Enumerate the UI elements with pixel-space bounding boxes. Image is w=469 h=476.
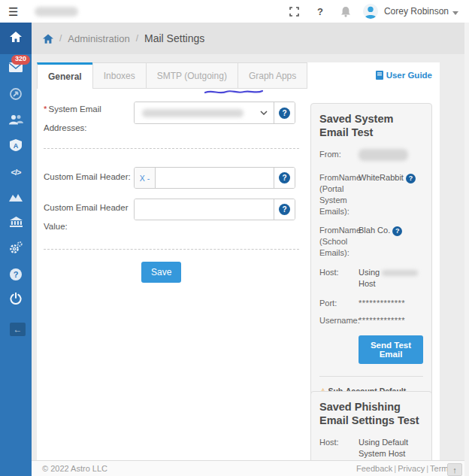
copyright-text: © 2022 Astro LLC [42,464,107,473]
sidebar-item-home[interactable] [0,23,32,54]
help-icon[interactable]: ? [279,204,290,215]
selected-email-blurred [142,109,244,117]
chevron-down-icon[interactable] [452,5,458,18]
custom-header-value-input[interactable] [135,199,274,220]
footer-links: Feedback|Privacy|Terms [356,464,436,474]
tab-general[interactable]: General [37,62,93,89]
fullscreen-icon[interactable] [282,7,307,17]
arrow-left-icon: ← [14,324,23,335]
sidebar-nav: 320 A </> [0,23,32,476]
app-logo-blurred [35,7,78,17]
chevron-down-icon [260,111,268,115]
scroll-to-top-button[interactable]: ↑ [447,463,462,476]
home-icon[interactable] [43,34,53,44]
host-value-blurred [382,270,418,276]
arrow-up-icon: ↑ [452,465,457,474]
required-mark: * [44,105,47,114]
help-icon[interactable]: ? [392,226,402,236]
sidebar-item-code[interactable]: </> [0,159,32,185]
gears-icon [9,241,23,257]
custom-header-label: Custom Email Header: [44,168,135,186]
book-icon [376,71,383,80]
host-row: Host: Using Default System Host [319,437,423,459]
top-bar: ☰ ? Corey Robinson [0,0,469,23]
notifications-bell-icon[interactable] [333,6,359,17]
fromname-school-row: FromName (School Emails): Blah Co. ? [319,225,423,259]
home-icon [10,32,22,45]
custom-header-value-group: ? [134,199,295,220]
mail-settings-panel: General Inboxes SMTP (Outgoing) Graph Ap… [37,62,440,460]
inbox-count-badge: 320 [11,55,30,65]
port-row: Port: ************* [319,298,423,309]
footer: © 2022 Astro LLC Feedback|Privacy|Terms … [32,460,469,476]
card-title: Saved Phishing Email Settings Test [319,400,423,427]
code-icon: </> [11,168,21,177]
svg-text:A: A [14,142,19,150]
fromname-school-value: Blah Co. [359,226,390,235]
system-email-help-addon: ? [274,102,295,123]
target-arrow-icon [9,87,23,104]
user-menu-name[interactable]: Corey Robinson [384,6,449,17]
user-avatar[interactable] [363,4,378,19]
user-guide-link[interactable]: User Guide [376,71,432,80]
sidebar-item-reports[interactable] [0,185,32,211]
username-row: Username: ************* [319,315,423,326]
divider [44,148,299,149]
breadcrumb-administration[interactable]: Administration [68,33,129,44]
sidebar-item-settings[interactable] [0,236,32,262]
annotation-squiggle [204,85,264,99]
topbar-actions: ? Corey Robinson [282,4,469,19]
port-value: ************* [359,298,423,309]
saved-phishing-email-test-card: Saved Phishing Email Settings Test Host:… [310,391,432,460]
feedback-link[interactable]: Feedback [356,464,392,473]
sidebar-item-phishing[interactable] [0,83,32,108]
custom-header-value-label: Custom Email Header Value: [44,199,135,236]
academy-shield-icon: A [10,139,22,154]
custom-header-help-addon: ? [274,168,295,188]
custom-header-value-help-addon: ? [274,199,295,220]
divider [44,249,299,250]
sidebar-item-academy[interactable]: A [0,134,32,159]
system-email-select-group: ? [134,102,295,124]
main-area: General Inboxes SMTP (Outgoing) Graph Ap… [32,54,469,476]
send-test-email-button[interactable]: Send Test Email [359,335,423,364]
help-icon[interactable]: ? [279,172,290,183]
breadcrumb: / Administration / Mail Settings [32,23,469,54]
question-icon: ? [10,268,22,280]
from-row: From: [319,149,423,164]
sidebar-item-users[interactable] [0,108,32,134]
divider [319,376,423,377]
users-icon [9,114,23,128]
breadcrumb-mail-settings: Mail Settings [144,32,204,44]
username-value: ************* [359,315,423,326]
sidebar-collapse-button[interactable]: ← [10,323,26,336]
help-icon[interactable]: ? [279,108,290,119]
sidebar-item-help[interactable]: ? [0,262,32,287]
power-icon [10,293,22,308]
privacy-link[interactable]: Privacy [398,464,425,473]
system-email-select[interactable] [135,102,274,123]
x-prefix-addon: X - [135,168,156,188]
menu-icon[interactable]: ☰ [8,6,18,17]
from-value-blurred [359,149,408,161]
system-email-label: *System Email Addresses: [44,100,135,138]
phishing-host-value: Using Default System Host [359,437,423,459]
bank-icon [10,217,23,230]
card-title: Saved System Email Test [319,112,423,139]
mail-settings-tabs: General Inboxes SMTP (Outgoing) Graph Ap… [37,62,307,89]
sidebar-item-inbox[interactable]: 320 [0,54,32,83]
host-row: Host: Using Host [319,267,423,290]
sidebar-item-institution[interactable] [0,211,32,236]
save-button[interactable]: Save [141,262,181,283]
tab-inboxes[interactable]: Inboxes [92,62,147,89]
help-icon[interactable]: ? [406,174,416,183]
custom-header-input[interactable] [156,168,274,188]
fromname-portal-row: FromName (Portal System Emails): WhiteRa… [319,172,423,217]
area-chart-icon [9,191,23,205]
sidebar-item-logout[interactable] [0,287,32,313]
fromname-portal-value: WhiteRabbit [359,173,404,182]
page-scrollbar[interactable] [464,23,469,476]
custom-header-group: X - ? [134,167,295,189]
help-icon[interactable]: ? [307,6,333,17]
